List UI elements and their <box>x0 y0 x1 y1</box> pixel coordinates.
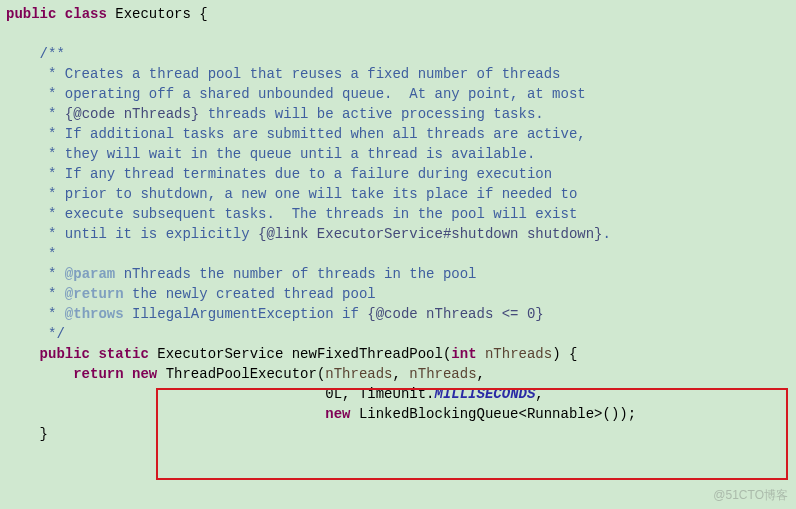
javadoc-close: */ <box>40 326 65 342</box>
code-line: } <box>0 424 796 444</box>
doc-line: */ <box>0 324 796 344</box>
brace-open: { <box>191 6 208 22</box>
javadoc-text: * If additional tasks are submitted when… <box>40 126 586 142</box>
return-type: ExecutorService <box>149 346 292 362</box>
watermark-text: @51CTO博客 <box>713 485 788 505</box>
doc-line: /** <box>0 44 796 64</box>
javadoc-text: * until it is explicitly <box>40 226 258 242</box>
javadoc-tag-return: @return <box>65 286 124 302</box>
literal: 0L <box>325 386 342 402</box>
javadoc-code: {@code nThreads <= 0} <box>367 306 543 322</box>
javadoc-throws-desc: if <box>334 306 368 322</box>
javadoc-text: * they will wait in the queue until a th… <box>40 146 536 162</box>
doc-line: * @throws IllegalArgumentException if {@… <box>0 304 796 324</box>
javadoc-star: * <box>40 246 57 262</box>
javadoc-text: * <box>40 106 65 122</box>
javadoc-param-name: nThreads <box>115 266 191 282</box>
code-line: public static ExecutorService newFixedTh… <box>0 344 796 364</box>
arg: nThreads <box>325 366 392 382</box>
javadoc-tag-param: @param <box>65 266 115 282</box>
javadoc-code: {@code nThreads} <box>65 106 199 122</box>
keyword-int: int <box>451 346 476 362</box>
doc-line: * they will wait in the queue until a th… <box>0 144 796 164</box>
javadoc-tag-throws: @throws <box>65 306 124 322</box>
enum-constant: MILLISECONDS <box>435 386 536 402</box>
doc-line: * prior to shutdown, a new one will take… <box>0 184 796 204</box>
doc-line: * Creates a thread pool that reuses a fi… <box>0 64 796 84</box>
javadoc-open: /** <box>40 46 65 62</box>
constructor-name: ThreadPoolExecutor <box>166 366 317 382</box>
javadoc-text: * If any thread terminates due to a fail… <box>40 166 552 182</box>
keyword-static: static <box>98 346 148 362</box>
doc-line: * until it is explicitly {@link Executor… <box>0 224 796 244</box>
param-name: nThreads <box>477 346 553 362</box>
javadoc-text: * Creates a thread pool that reuses a fi… <box>40 66 561 82</box>
generic-type: LinkedBlockingQueue<Runnable>() <box>359 406 619 422</box>
javadoc-text: . <box>603 226 611 242</box>
doc-line: * {@code nThreads} threads will be activ… <box>0 104 796 124</box>
code-line: public class Executors { <box>0 4 796 24</box>
code-line: 0L, TimeUnit.MILLISECONDS, <box>0 384 796 404</box>
javadoc-param-desc: the number of threads in the pool <box>191 266 477 282</box>
keyword-return: return <box>73 366 123 382</box>
keyword-public: public <box>40 346 90 362</box>
javadoc-return-desc: the newly created thread pool <box>124 286 376 302</box>
code-line: return new ThreadPoolExecutor(nThreads, … <box>0 364 796 384</box>
keyword-new: new <box>124 366 166 382</box>
method-name: newFixedThreadPool <box>292 346 443 362</box>
doc-line: * @param nThreads the number of threads … <box>0 264 796 284</box>
javadoc-text: * prior to shutdown, a new one will take… <box>40 186 578 202</box>
enum-type: TimeUnit. <box>359 386 435 402</box>
doc-line: * <box>0 244 796 264</box>
keyword-class: class <box>65 6 107 22</box>
javadoc-link: {@link ExecutorService#shutdown shutdown… <box>258 226 602 242</box>
brace-open: { <box>561 346 578 362</box>
code-line: new LinkedBlockingQueue<Runnable>()); <box>0 404 796 424</box>
javadoc-text: threads will be active processing tasks. <box>199 106 543 122</box>
code-editor: public class Executors { /** * Creates a… <box>0 0 796 448</box>
doc-line: * execute subsequent tasks. The threads … <box>0 204 796 224</box>
brace-close: } <box>6 426 48 442</box>
javadoc-throws-name: IllegalArgumentException <box>124 306 334 322</box>
javadoc-text: * execute subsequent tasks. The threads … <box>40 206 578 222</box>
javadoc-star: * <box>40 266 65 282</box>
keyword-new: new <box>325 406 359 422</box>
doc-line: * If any thread terminates due to a fail… <box>0 164 796 184</box>
doc-line: * operating off a shared unbounded queue… <box>0 84 796 104</box>
javadoc-text: * operating off a shared unbounded queue… <box>40 86 586 102</box>
arg: nThreads <box>409 366 476 382</box>
keyword-public: public <box>6 6 56 22</box>
blank-line <box>0 24 796 44</box>
doc-line: * @return the newly created thread pool <box>0 284 796 304</box>
class-name: Executors <box>115 6 191 22</box>
doc-line: * If additional tasks are submitted when… <box>0 124 796 144</box>
